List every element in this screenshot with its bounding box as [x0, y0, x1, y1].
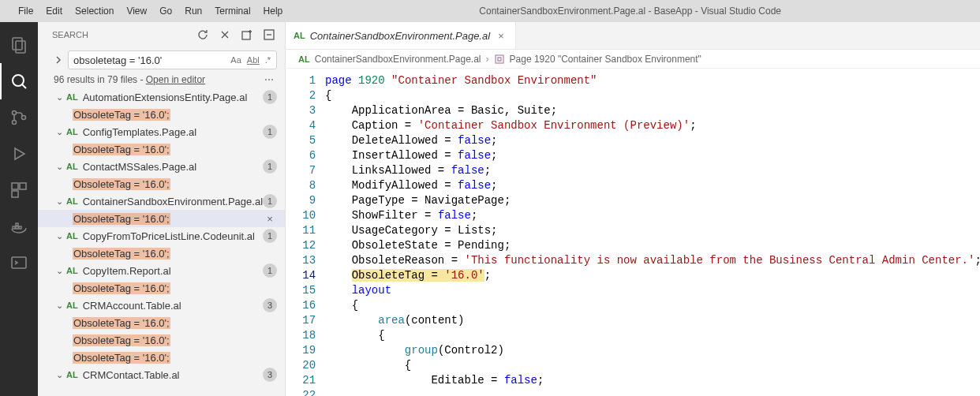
- al-badge-icon: AL: [66, 127, 78, 136]
- chevron-down-icon[interactable]: ⌄: [54, 162, 65, 172]
- code-content[interactable]: page 1920 "Container Sandbox Environment…: [325, 69, 980, 396]
- svg-rect-14: [16, 223, 18, 226]
- search-result-match[interactable]: ObsoleteTag = '16.0';: [38, 175, 285, 192]
- svg-rect-12: [16, 226, 18, 229]
- chevron-down-icon[interactable]: ⌄: [54, 266, 65, 276]
- chevron-down-icon[interactable]: ⌄: [54, 370, 65, 380]
- sidebar-title: Search: [52, 30, 88, 39]
- menu-file[interactable]: File: [13, 3, 39, 19]
- al-badge-icon: AL: [66, 196, 78, 206]
- match-count-badge: 1: [263, 263, 277, 278]
- editor-tab[interactable]: AL ContainerSandboxEnvironment.Page.al ×: [286, 22, 516, 49]
- svg-rect-13: [19, 226, 21, 229]
- menu-help[interactable]: Help: [258, 3, 289, 19]
- open-in-editor-link[interactable]: Open in editor: [146, 74, 205, 85]
- search-result-match[interactable]: ObsoleteTag = '16.0';: [38, 245, 285, 262]
- search-result-match[interactable]: ObsoleteTag = '16.0';: [38, 314, 285, 331]
- search-result-match[interactable]: ObsoleteTag = '16.0';: [38, 279, 285, 297]
- editor-area: AL ContainerSandboxEnvironment.Page.al ×…: [286, 22, 980, 396]
- search-result-match[interactable]: ObsoleteTag = '16.0';: [38, 331, 285, 349]
- svg-point-4: [13, 111, 17, 115]
- regex-toggle[interactable]: .*: [264, 54, 272, 65]
- chevron-down-icon[interactable]: ⌄: [54, 196, 65, 207]
- match-word-toggle[interactable]: Abl: [245, 54, 261, 65]
- file-name: ContactMSSales.Page.al: [83, 161, 263, 173]
- svg-point-2: [13, 75, 24, 86]
- search-result-match[interactable]: ObsoleteTag = '16.0';×: [38, 210, 285, 227]
- new-search-icon[interactable]: [239, 27, 255, 43]
- chevron-down-icon[interactable]: ⌄: [54, 231, 65, 241]
- menu-terminal[interactable]: Terminal: [209, 3, 256, 19]
- search-result-file[interactable]: ⌄ALCRMContact.Table.al3: [38, 366, 285, 383]
- al-badge-icon: AL: [66, 301, 78, 310]
- match-text: ObsoleteTag = '16.0';: [73, 282, 170, 294]
- svg-rect-1: [16, 41, 25, 53]
- search-icon[interactable]: [0, 63, 38, 99]
- more-actions-icon[interactable]: ⋯: [261, 74, 277, 85]
- search-results-tree[interactable]: ⌄ALAutomationExtensionsEntity.Page.al1Ob…: [38, 87, 285, 396]
- extensions-icon[interactable]: [0, 172, 38, 208]
- svg-rect-10: [12, 191, 18, 197]
- search-result-file[interactable]: ⌄ALAutomationExtensionsEntity.Page.al1: [38, 88, 285, 106]
- al-badge-icon: AL: [66, 162, 78, 171]
- search-result-file[interactable]: ⌄ALContainerSandboxEnvironment.Page.al1: [38, 192, 285, 210]
- run-debug-icon[interactable]: [0, 136, 38, 172]
- search-result-file[interactable]: ⌄ALCopyFromToPriceListLine.Codeunit.al1: [38, 227, 285, 245]
- search-result-file[interactable]: ⌄ALCopyItem.Report.al1: [38, 262, 285, 279]
- terminal-panel-icon[interactable]: [0, 245, 38, 281]
- main-menu: File Edit Selection View Go Run Terminal…: [13, 3, 288, 19]
- dismiss-match-icon[interactable]: ×: [263, 211, 277, 226]
- menu-run[interactable]: Run: [179, 3, 208, 19]
- explorer-icon[interactable]: [0, 27, 38, 63]
- svg-rect-11: [13, 226, 15, 229]
- chevron-down-icon[interactable]: ⌄: [54, 301, 65, 311]
- menu-go[interactable]: Go: [154, 3, 178, 19]
- match-text: ObsoleteTag = '16.0';: [73, 109, 170, 121]
- search-result-match[interactable]: ObsoleteTag = '16.0';: [38, 106, 285, 123]
- sidebar-header: Search: [38, 22, 285, 47]
- clear-icon[interactable]: [217, 27, 233, 43]
- breadcrumb-file[interactable]: ContainerSandboxEnvironment.Page.al: [315, 54, 481, 65]
- al-badge-icon: AL: [66, 92, 78, 102]
- search-result-file[interactable]: ⌄ALContactMSSales.Page.al1: [38, 158, 285, 175]
- match-case-toggle[interactable]: Aa: [229, 54, 242, 65]
- source-control-icon[interactable]: [0, 99, 38, 136]
- breadcrumbs[interactable]: AL ContainerSandboxEnvironment.Page.al ›…: [286, 50, 980, 69]
- svg-rect-8: [12, 183, 18, 189]
- menu-edit[interactable]: Edit: [40, 3, 68, 19]
- match-count-badge: 1: [263, 194, 277, 208]
- match-count-badge: 1: [263, 229, 277, 243]
- chevron-down-icon[interactable]: ⌄: [54, 127, 65, 137]
- svg-point-5: [13, 121, 17, 125]
- toggle-replace-icon[interactable]: [54, 55, 66, 65]
- menu-selection[interactable]: Selection: [69, 3, 119, 19]
- match-count-badge: 1: [263, 90, 277, 104]
- file-name: CRMAccount.Table.al: [83, 300, 263, 312]
- close-tab-icon[interactable]: ×: [495, 30, 507, 42]
- svg-line-3: [22, 84, 26, 88]
- refresh-icon[interactable]: [195, 27, 211, 43]
- file-name: ContainerSandboxEnvironment.Page.al: [83, 196, 263, 207]
- al-badge-icon: AL: [66, 266, 78, 275]
- match-count-badge: 3: [263, 298, 277, 312]
- menu-view[interactable]: View: [121, 3, 152, 19]
- docker-icon[interactable]: [0, 208, 38, 245]
- tab-filename: ContainerSandboxEnvironment.Page.al: [310, 30, 490, 42]
- code-editor[interactable]: 12345678910111213141516171819202122 page…: [286, 69, 980, 396]
- match-count-badge: 3: [263, 368, 277, 382]
- match-count-badge: 1: [263, 125, 277, 139]
- search-result-file[interactable]: ⌄ALCRMAccount.Table.al3: [38, 297, 285, 314]
- search-result-match[interactable]: ObsoleteTag = '16.0';: [38, 140, 285, 158]
- editor-tabs: AL ContainerSandboxEnvironment.Page.al ×: [286, 22, 980, 50]
- match-text: ObsoleteTag = '16.0';: [73, 178, 170, 190]
- symbol-icon: [494, 54, 505, 65]
- match-text: ObsoleteTag = '16.0';: [73, 248, 170, 260]
- search-result-match[interactable]: ObsoleteTag = '16.0';: [38, 349, 285, 366]
- al-badge-icon: AL: [298, 54, 310, 64]
- al-badge-icon: AL: [66, 370, 78, 379]
- file-name: AutomationExtensionsEntity.Page.al: [83, 92, 263, 103]
- breadcrumb-symbol[interactable]: Page 1920 "Container Sandbox Environment…: [510, 54, 701, 65]
- collapse-icon[interactable]: [261, 27, 277, 43]
- search-result-file[interactable]: ⌄ALConfigTemplates.Page.al1: [38, 123, 285, 140]
- chevron-down-icon[interactable]: ⌄: [54, 92, 65, 103]
